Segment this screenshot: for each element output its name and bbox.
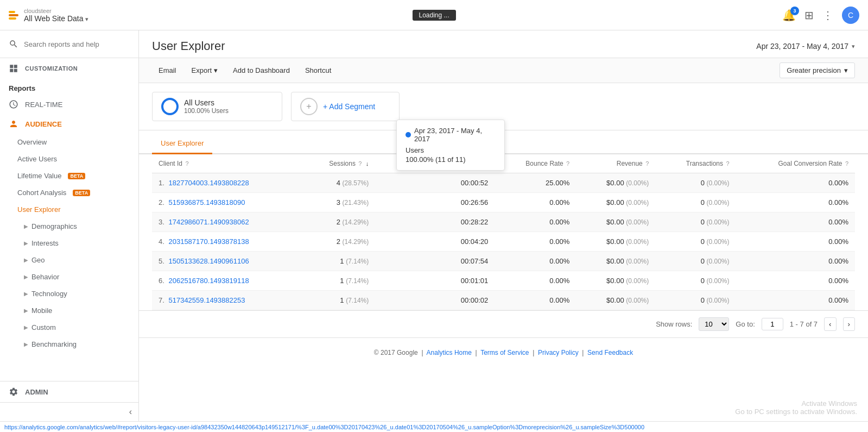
sidebar-item-technology[interactable]: ▶ Technology: [0, 285, 138, 302]
transactions-help-icon[interactable]: ?: [726, 160, 729, 167]
page-range: 1 - 7 of 7: [790, 320, 818, 328]
next-page-button[interactable]: ›: [843, 317, 855, 331]
sidebar-item-realtime[interactable]: REAL-TIME: [0, 95, 138, 114]
cell-transactions: 0 (0.00%): [655, 252, 736, 271]
benchmarking-label: Benchmarking: [31, 340, 77, 348]
export-button[interactable]: Export ▾: [185, 63, 225, 78]
content-footer: © 2017 Google | Analytics Home | Terms o…: [139, 337, 868, 367]
benchmarking-chevron-icon: ▶: [24, 341, 28, 347]
segment-name: All Users: [184, 98, 229, 107]
cell-avg-session: 00:01:01: [375, 271, 495, 291]
sidebar-item-customization[interactable]: CUSTOMIZATION: [0, 58, 138, 79]
overview-label: Overview: [17, 138, 47, 146]
sessions-sort-icon[interactable]: ↓: [366, 160, 369, 167]
client-id-link[interactable]: 1505133628.1490961106: [168, 257, 249, 265]
cell-client-id: 2. 515936875.1493818090: [152, 193, 300, 212]
revenue-help-icon[interactable]: ?: [645, 160, 649, 167]
cell-transactions: 0 (0.00%): [655, 193, 736, 212]
cell-goal-conversion: 0.00%: [736, 232, 855, 252]
apps-grid-icon[interactable]: ⊞: [804, 9, 814, 22]
cell-avg-session: 00:00:02: [375, 291, 495, 310]
send-feedback-link[interactable]: Send Feedback: [587, 349, 633, 356]
add-segment-button[interactable]: + + Add Segment: [291, 92, 400, 121]
cell-goal-conversion: 0.00%: [736, 291, 855, 310]
tab-user-explorer[interactable]: User Explorer: [152, 135, 212, 154]
data-table: Client Id ? Sessions ? ↓ Avg. Session Du…: [152, 154, 855, 310]
search-input[interactable]: [24, 40, 130, 48]
property-name: All Web Site Data ▾: [24, 14, 88, 23]
content-area: User Explorer Apr 23, 2017 - May 4, 2017…: [139, 30, 868, 421]
sidebar-item-demographics[interactable]: ▶ Demographics: [0, 218, 138, 235]
segment-pct: 100.00% Users: [184, 107, 229, 115]
tooltip-value: 100.00% (11 of 11): [406, 155, 496, 164]
cell-sessions: 2 (14.29%): [300, 232, 376, 252]
client-id-link[interactable]: 1827704003.1493808228: [168, 179, 249, 187]
main-layout: CUSTOMIZATION Reports REAL-TIME AUDIENCE…: [0, 30, 868, 421]
cell-sessions: 2 (14.29%): [300, 212, 376, 232]
terms-of-service-link[interactable]: Terms of Service: [480, 349, 529, 356]
table-row: 3. 1742986071.1490938062 2 (14.29%) 00:2…: [152, 212, 855, 232]
technology-label: Technology: [31, 290, 67, 298]
precision-button[interactable]: Greater precision ▾: [780, 62, 855, 78]
analytics-home-link[interactable]: Analytics Home: [427, 349, 472, 356]
sidebar-subitem-lifetime-value[interactable]: Lifetime Value BETA: [0, 167, 138, 184]
cell-bounce-rate: 0.00%: [495, 193, 576, 212]
cell-sessions: 1 (7.14%): [300, 271, 376, 291]
status-url: https://analytics.google.com/analytics/w…: [4, 424, 644, 430]
sidebar-collapse-button[interactable]: ‹: [129, 407, 132, 417]
logo-bar-2: [9, 14, 18, 16]
cell-sessions: 1 (7.14%): [300, 252, 376, 271]
cell-avg-session: 00:07:54: [375, 252, 495, 271]
privacy-policy-link[interactable]: Privacy Policy: [538, 349, 579, 356]
goal-conversion-help-icon[interactable]: ?: [845, 160, 848, 167]
sidebar-item-audience[interactable]: AUDIENCE: [0, 114, 138, 134]
more-options-icon[interactable]: ⋮: [822, 9, 833, 22]
cell-sessions: 1 (7.14%): [300, 291, 376, 310]
client-id-link[interactable]: 2031587170.1493878138: [168, 237, 249, 246]
demographics-label: Demographics: [31, 222, 77, 230]
prev-page-button[interactable]: ‹: [824, 317, 836, 331]
interests-chevron-icon: ▶: [24, 240, 28, 246]
export-chevron-icon: ▾: [214, 66, 218, 74]
table-row: 1. 1827704003.1493808228 4 (28.57%) 00:0…: [152, 173, 855, 193]
bounce-rate-help-icon[interactable]: ?: [566, 160, 569, 167]
sidebar-item-admin[interactable]: ADMIN: [0, 381, 138, 402]
shortcut-button[interactable]: Shortcut: [299, 63, 338, 78]
account-selector[interactable]: cloudsteer All Web Site Data ▾: [24, 8, 88, 23]
client-id-help-icon[interactable]: ?: [185, 160, 188, 167]
date-range-selector[interactable]: Apr 23, 2017 - May 4, 2017 ▾: [756, 42, 855, 51]
sidebar-search-area: [0, 30, 138, 58]
client-id-link[interactable]: 2062516780.1493819118: [168, 277, 249, 285]
cell-client-id: 3. 1742986071.1490938062: [152, 212, 300, 232]
customization-icon: [9, 64, 18, 73]
client-id-link[interactable]: 1742986071.1490938062: [168, 218, 249, 226]
client-id-link[interactable]: 517342559.1493882253: [168, 296, 245, 304]
sidebar-item-benchmarking[interactable]: ▶ Benchmarking: [0, 336, 138, 353]
sidebar-subitem-user-explorer[interactable]: User Explorer: [0, 201, 138, 218]
goto-input[interactable]: [762, 318, 783, 330]
custom-label: Custom: [31, 323, 56, 331]
sessions-help-icon[interactable]: ?: [358, 160, 362, 167]
user-avatar[interactable]: C: [842, 7, 859, 24]
sidebar-subitem-cohort-analysis[interactable]: Cohort Analysis BETA: [0, 184, 138, 201]
sidebar-item-mobile[interactable]: ▶ Mobile: [0, 302, 138, 319]
customization-label: CUSTOMIZATION: [25, 65, 78, 72]
notifications-button[interactable]: 🔔 3: [782, 9, 796, 22]
email-button[interactable]: Email: [152, 63, 183, 78]
show-rows-select[interactable]: 10 25 50 100 500: [699, 317, 729, 331]
client-id-link[interactable]: 515936875.1493818090: [168, 198, 245, 206]
cell-transactions: 0 (0.00%): [655, 212, 736, 232]
sidebar-item-geo[interactable]: ▶ Geo: [0, 252, 138, 268]
geo-label: Geo: [31, 256, 45, 264]
custom-chevron-icon: ▶: [24, 324, 28, 330]
behavior-chevron-icon: ▶: [24, 274, 28, 280]
sidebar-subitem-active-users[interactable]: Active Users: [0, 151, 138, 167]
sidebar-subitem-overview[interactable]: Overview: [0, 134, 138, 151]
all-users-segment[interactable]: All Users 100.00% Users: [152, 92, 282, 121]
sidebar-item-interests[interactable]: ▶ Interests: [0, 235, 138, 252]
add-dashboard-button[interactable]: Add to Dashboard: [226, 63, 296, 78]
sidebar-item-behavior[interactable]: ▶ Behavior: [0, 268, 138, 285]
add-segment-icon: +: [300, 98, 318, 115]
sidebar-item-custom[interactable]: ▶ Custom: [0, 319, 138, 336]
sidebar: CUSTOMIZATION Reports REAL-TIME AUDIENCE…: [0, 30, 139, 421]
